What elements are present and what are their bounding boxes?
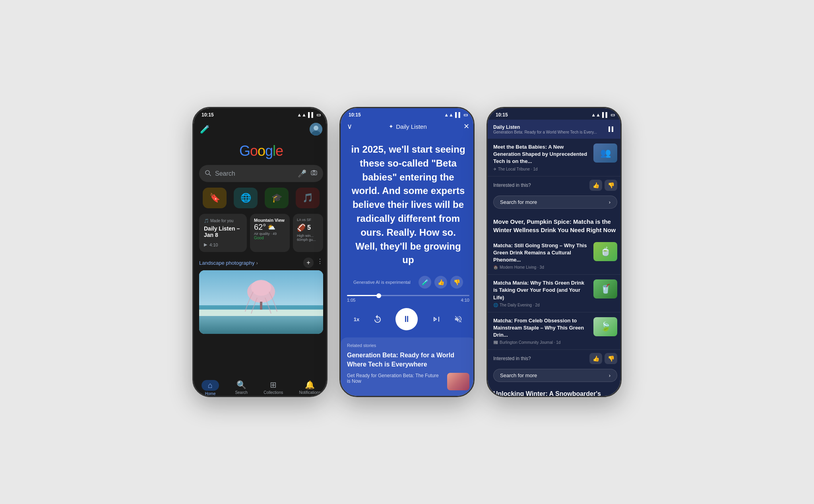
article-matcha-1-text: Matcha: Still Going Strong – Why This Gr…	[493, 242, 589, 270]
source-icon-1: ✈	[493, 167, 496, 171]
article-matcha-3-header: Matcha: From Celeb Obsession to Mainstre…	[493, 317, 617, 345]
mini-player-info: Daily Listen Generation Beta: Ready for …	[493, 124, 605, 134]
thumbdown-btn-1[interactable]: 👎	[605, 180, 617, 191]
article-1[interactable]: Meet the Beta Babies: A New Generation S…	[488, 139, 622, 176]
search-more-btn-1[interactable]: Search for more ›	[493, 196, 617, 209]
daily-title: Daily Listen – Jan 8	[204, 225, 242, 238]
rewind-button[interactable]: 10	[373, 314, 382, 324]
svg-point-1	[314, 126, 318, 130]
team-icon: 🏈	[297, 223, 306, 232]
mute-button[interactable]	[454, 315, 463, 324]
nav-collections-label: Collections	[264, 390, 283, 395]
nav-search-label: Search	[235, 390, 248, 395]
thumbup-btn[interactable]: 👍	[434, 276, 447, 289]
mini-title: Daily Listen	[493, 124, 605, 130]
search-placeholder: Search	[215, 170, 294, 177]
add-icon[interactable]: +	[303, 258, 314, 268]
story-sub-title[interactable]: Get Ready for Generation Beta: The Futur…	[347, 373, 443, 384]
article-1-source: ✈ The Local Tribune · 1d	[493, 167, 589, 171]
bottom-article-title[interactable]: Unlocking Winter: A Snowboarder's Guide …	[488, 386, 622, 397]
speed-button[interactable]: 1x	[354, 316, 359, 322]
interest-row-2: Interested in this? 👍 👎	[488, 350, 622, 367]
flask-btn[interactable]: 🧪	[419, 276, 431, 289]
search-more-label-2: Search for more	[500, 372, 537, 378]
thumbdown-btn-2[interactable]: 👎	[605, 353, 617, 364]
article-matcha-3[interactable]: Matcha: From Celeb Obsession to Mainstre…	[488, 312, 622, 350]
weather-card[interactable]: Mountain View 62° ⛅ Air quality · 49 Goo…	[250, 214, 290, 252]
mini-subtitle: Generation Beta: Ready for a World Where…	[493, 130, 605, 134]
mini-pause-btn[interactable]	[605, 123, 617, 136]
high-wind: High win...	[297, 234, 319, 238]
skip-button[interactable]	[431, 314, 441, 324]
mic-icon[interactable]: 🎤	[298, 169, 306, 178]
nav-search[interactable]: 🔍 Search	[235, 380, 248, 396]
thumbup-btn-2[interactable]: 👍	[589, 353, 602, 364]
article-matcha-3-thumb: 🍃	[593, 317, 617, 336]
current-time: 1:05	[347, 298, 355, 302]
logo-e: e	[275, 143, 283, 159]
play-info: ▶ 4:10	[204, 242, 242, 247]
thumbdown-btn[interactable]: 👎	[450, 276, 463, 289]
article-matcha-1-source: 🏠 Modern Home Living · 3d	[493, 265, 589, 269]
source-icon-matcha-3: 📰	[493, 340, 498, 345]
chevron-right-icon-1: ›	[609, 199, 610, 205]
nav-collections[interactable]: ⊞ Collections	[264, 380, 283, 396]
svg-rect-7	[313, 170, 315, 171]
interest-btns-1: 👍 👎	[589, 180, 617, 191]
landscape-photo	[199, 270, 323, 334]
temperature: 62°	[254, 223, 266, 232]
air-status: Good	[254, 236, 286, 240]
thumbup-btn-1[interactable]: 👍	[589, 180, 602, 191]
more-icon[interactable]: ⋮	[317, 258, 323, 268]
score-row: 🏈 5	[297, 223, 319, 232]
quick-actions: 🔖 🌐 🎓 🎵	[194, 188, 328, 214]
section-title: Landscape photography ›	[199, 260, 258, 266]
search-bar[interactable]: Search 🎤	[199, 165, 323, 182]
svg-rect-13	[612, 126, 613, 132]
p2-title: Daily Listen	[396, 123, 427, 130]
pause-button[interactable]: ⏸	[395, 308, 418, 330]
playback-controls: 1x 10 ⏸	[341, 304, 475, 336]
article-matcha-2-header: Matcha Mania: Why This Green Drink is Ta…	[493, 279, 617, 307]
city: Mountain View	[254, 218, 286, 223]
phone1-header: 🧪	[194, 120, 328, 139]
user-avatar[interactable]	[310, 123, 322, 136]
flask-icon[interactable]: 🧪	[200, 124, 210, 134]
search-more-label-1: Search for more	[500, 199, 537, 205]
matcha-section-title: Move Over, Pumpkin Spice: Matcha is the …	[493, 217, 617, 234]
article-matcha-3-source: 📰 Burlington Community Journal · 1d	[493, 340, 589, 345]
quick-btn-music[interactable]: 🎵	[296, 188, 320, 208]
logo-l: l	[273, 143, 275, 159]
camera-icon[interactable]	[310, 169, 318, 178]
nav-notifications[interactable]: 🔔 Notifications	[299, 380, 320, 396]
story-main-title[interactable]: Generation Beta: Ready for a World Where…	[347, 351, 469, 369]
phone-1: 10:15 ▲▲ ▌▌ ▭ 🧪	[192, 107, 328, 397]
close-icon[interactable]: ✕	[463, 122, 469, 131]
chevron-down-icon[interactable]: ∨	[347, 122, 352, 131]
quick-btn-translate[interactable]: 🌐	[234, 188, 258, 208]
source-icon-matcha-1: 🏠	[493, 265, 498, 269]
thumb-visual	[447, 373, 469, 390]
article-matcha-1-title: Matcha: Still Going Strong – Why This Gr…	[493, 242, 589, 264]
svg-point-6	[313, 172, 315, 174]
signal-icon-1: ▌▌	[308, 112, 315, 118]
quick-btn-edu[interactable]: 🎓	[265, 188, 289, 208]
svg-line-4	[209, 174, 211, 176]
phone-3: 10:15 ▲▲ ▌▌ ▭ Daily Listen Generation Be…	[486, 107, 622, 397]
search-more-btn-2[interactable]: Search for more ›	[493, 369, 617, 382]
article-matcha-2[interactable]: Matcha Mania: Why This Green Drink is Ta…	[488, 275, 622, 312]
daily-listen-card[interactable]: 🎵 Made for you Daily Listen – Jan 8 ▶ 4:…	[199, 214, 247, 252]
score-card[interactable]: LA vs SF 🏈 5 High win... 60mph gu...	[293, 214, 323, 252]
progress-bar[interactable]: 1:05 4:10	[341, 293, 475, 304]
collections-icon: ⊞	[270, 380, 277, 390]
mini-player[interactable]: Daily Listen Generation Beta: Ready for …	[488, 120, 622, 139]
svg-point-9	[251, 280, 271, 296]
article-matcha-2-title: Matcha Mania: Why This Green Drink is Ta…	[493, 279, 589, 301]
quick-btn-save[interactable]: 🔖	[203, 188, 227, 208]
interest-label-1: Interested in this?	[493, 182, 531, 188]
phone-1-screen: 10:15 ▲▲ ▌▌ ▭ 🧪	[194, 108, 328, 397]
article-matcha-1[interactable]: Matcha: Still Going Strong – Why This Gr…	[488, 237, 622, 275]
nav-home[interactable]: ⌂ Home	[202, 380, 219, 396]
progress-track	[347, 295, 469, 296]
time-3: 10:15	[496, 112, 508, 118]
